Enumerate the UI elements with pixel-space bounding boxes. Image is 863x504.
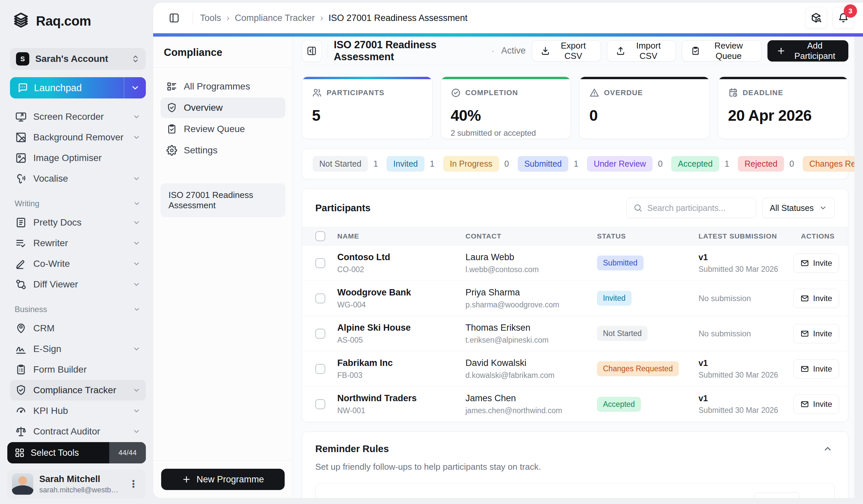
status-pill-group: Submitted 1 xyxy=(518,156,578,172)
panel-item-settings[interactable]: Settings xyxy=(161,140,285,161)
sidebar-item-crm[interactable]: CRM xyxy=(10,318,146,339)
rule-menu-button[interactable]: ••• xyxy=(806,496,824,498)
invite-button[interactable]: Invite xyxy=(793,254,839,273)
sidebar-item-co-write[interactable]: Co-Write xyxy=(10,254,146,274)
status-pill-rejected[interactable]: Rejected xyxy=(738,156,784,172)
row-checkbox[interactable] xyxy=(315,399,325,409)
invite-button[interactable]: Invite xyxy=(793,359,839,378)
contact-name: David Kowalski xyxy=(465,358,597,368)
sidebar-item-e-sign[interactable]: E-Sign xyxy=(10,339,146,359)
sidebar-item-background-remover[interactable]: Background Remover xyxy=(10,127,146,148)
account-switcher[interactable]: S Sarah's Account xyxy=(10,48,146,70)
toggle-sidebar-button[interactable] xyxy=(163,7,185,29)
invite-button[interactable]: Invite xyxy=(793,289,839,308)
row-checkbox[interactable] xyxy=(315,329,325,339)
panel-item-overview[interactable]: Overview xyxy=(161,98,285,118)
status-pill-submitted[interactable]: Submitted xyxy=(518,156,569,172)
user-menu-button[interactable]: ⋮ xyxy=(126,479,141,489)
export-csv-button[interactable]: Export CSV xyxy=(532,40,601,62)
section-business[interactable]: Business xyxy=(10,301,146,318)
row-checkbox[interactable] xyxy=(315,364,325,374)
mail-icon xyxy=(800,259,809,268)
contact-email: james.chen@northwind.com xyxy=(465,406,597,415)
sidebar-item-vocalise[interactable]: Vocalise xyxy=(10,168,146,189)
sidebar-item-compliance-tracker[interactable]: Compliance Tracker xyxy=(10,380,146,401)
status-pill-under-review[interactable]: Under Review xyxy=(587,156,653,172)
disable-rule-button[interactable]: Disable xyxy=(754,492,800,498)
review-queue-button[interactable]: Review Queue xyxy=(682,40,761,62)
sidebar-item-image-optimiser[interactable]: Image Optimiser xyxy=(10,148,146,168)
launchpad-expand-button[interactable] xyxy=(124,77,146,99)
participant-code: CO-002 xyxy=(337,265,465,274)
add-participant-button[interactable]: Add Participant xyxy=(767,40,848,62)
package-search-button[interactable] xyxy=(805,7,827,29)
stat-subtext: 2 submitted or accepted xyxy=(451,128,561,138)
sidebar-item-pretty-docs[interactable]: Pretty Docs xyxy=(10,212,146,233)
status-badge: Accepted xyxy=(597,397,641,412)
sidebar-item-form-builder[interactable]: Form Builder xyxy=(10,359,146,380)
sidebar-item-diff-viewer[interactable]: Diff Viewer xyxy=(10,274,146,295)
status-pill-group: Accepted 1 xyxy=(671,156,729,172)
import-csv-button[interactable]: Import CSV xyxy=(607,40,676,62)
select-all-checkbox[interactable] xyxy=(315,231,325,241)
mail-icon xyxy=(800,329,809,338)
section-writing[interactable]: Writing xyxy=(10,195,146,212)
status-pill-invited[interactable]: Invited xyxy=(387,156,425,172)
panel-item-programme[interactable]: ISO 27001 Readiness Assessment xyxy=(161,183,285,217)
status-pill-group: Rejected 0 xyxy=(738,156,794,172)
layout-list-icon xyxy=(166,81,177,92)
status-filter-dropdown[interactable]: All Statuses xyxy=(762,198,835,218)
tools-count-badge: 44/44 xyxy=(109,442,146,463)
chevron-down-icon xyxy=(133,345,140,353)
user-card[interactable]: Sarah Mitchell sarah.mitchell@westbur...… xyxy=(7,469,146,499)
sidebar-bottom: Select Tools 44/44 Sarah Mitchell sarah.… xyxy=(7,442,146,499)
status-badge: Invited xyxy=(597,291,631,306)
status-pill-accepted[interactable]: Accepted xyxy=(671,156,719,172)
submission-date: Submitted 30 Mar 2026 xyxy=(699,406,793,415)
panel-item-review-queue[interactable]: Review Queue xyxy=(161,119,285,139)
select-tools-button[interactable]: Select Tools 44/44 xyxy=(7,442,146,463)
sidebar-item-rewriter[interactable]: Rewriter xyxy=(10,233,146,254)
app-sidebar: Raq.com S Sarah's Account Launchpad Scre… xyxy=(0,0,153,504)
participant-code: WG-004 xyxy=(337,300,465,309)
status-pill-changes-requested[interactable]: Changes Requested xyxy=(803,156,854,172)
status-badge: Not Started xyxy=(597,326,648,341)
breadcrumb-tools[interactable]: Tools xyxy=(200,13,221,23)
collapse-section-button[interactable] xyxy=(821,442,835,456)
sidebar-item-kpi-hub[interactable]: KPI Hub xyxy=(10,401,146,421)
clipboard-check-icon xyxy=(166,124,177,134)
contact-email: p.sharma@woodgrove.com xyxy=(465,300,597,309)
new-programme-button[interactable]: New Programme xyxy=(161,469,285,490)
chevron-down-icon xyxy=(133,281,140,288)
stat-value: 40% xyxy=(451,106,561,125)
panel-item-all-programmes[interactable]: All Programmes xyxy=(161,76,285,97)
launchpad-button[interactable]: Launchpad xyxy=(10,77,146,99)
status-pill-in-progress[interactable]: In Progress xyxy=(443,156,499,172)
search-participants-input[interactable] xyxy=(647,203,749,213)
breadcrumb-compliance-tracker[interactable]: Compliance Tracker xyxy=(235,13,315,23)
page-title: ISO 27001 Readiness Assessment xyxy=(334,39,483,63)
breadcrumb-current: ISO 27001 Readiness Assessment xyxy=(329,13,467,23)
invite-button[interactable]: Invite xyxy=(793,395,839,414)
row-checkbox[interactable] xyxy=(315,294,325,303)
row-checkbox[interactable] xyxy=(315,258,325,268)
sidebar-item-screen-recorder[interactable]: Screen Recorder xyxy=(10,106,146,127)
scrollbar[interactable] xyxy=(854,37,863,498)
stat-card-deadline: DEADLINE 20 Apr 2026 xyxy=(718,77,849,139)
sidebar-item-contract-auditor[interactable]: Contract Auditor xyxy=(10,421,146,442)
submission-date: Submitted 30 Mar 2026 xyxy=(699,371,793,379)
contact-email: d.kowalski@fabrikam.com xyxy=(465,371,597,380)
clipboard-list-icon xyxy=(15,364,27,375)
participant-code: FB-003 xyxy=(337,371,465,380)
stat-card-overdue: OVERDUE 0 xyxy=(579,77,710,139)
status-pill-not-started[interactable]: Not Started xyxy=(313,156,368,172)
participants-card: Participants All Statuses xyxy=(302,189,848,422)
document-icon xyxy=(15,217,27,228)
scales-icon xyxy=(15,426,27,437)
user-email: sarah.mitchell@westbur... xyxy=(39,486,120,494)
invite-button[interactable]: Invite xyxy=(793,324,839,343)
participant-name: Alpine Ski House xyxy=(337,323,465,333)
collapse-panel-button[interactable] xyxy=(302,40,322,62)
stats-row: PARTICIPANTS 5 COMPLETION xyxy=(302,77,848,139)
gauge-icon xyxy=(15,405,27,416)
